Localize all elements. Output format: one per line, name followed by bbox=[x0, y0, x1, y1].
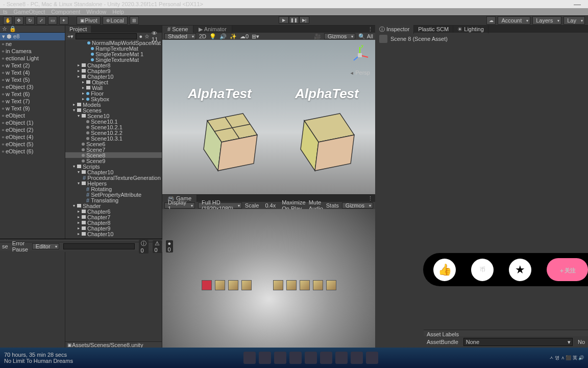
error-pause[interactable]: Error Pause bbox=[12, 240, 28, 252]
hierarchy-item[interactable]: ▫ eObject (1) bbox=[0, 119, 65, 126]
star-icon[interactable]: ☆ bbox=[144, 33, 150, 40]
error-count[interactable]: ● 0 bbox=[166, 240, 174, 252]
minimize-icon[interactable]: — bbox=[574, 0, 585, 8]
project-item[interactable]: ▾ Chapter10 bbox=[65, 169, 162, 175]
taskbar-app[interactable] bbox=[305, 352, 317, 364]
project-item[interactable]: ▸ Chapter7 bbox=[65, 214, 162, 220]
asset-bundle-variant[interactable]: No bbox=[578, 339, 585, 345]
account-dropdown[interactable]: Account bbox=[498, 16, 530, 25]
hierarchy-item[interactable]: ▫ w Text (7) bbox=[0, 98, 65, 105]
add-icon[interactable]: +▾ bbox=[67, 33, 74, 40]
project-item[interactable]: # ProceduralTextureGeneration bbox=[65, 175, 162, 180]
rect-tool-icon[interactable]: ▭ bbox=[48, 16, 57, 25]
menu-item[interactable]: Window bbox=[86, 9, 106, 15]
move-tool-icon[interactable]: ✥ bbox=[14, 16, 23, 25]
project-item[interactable]: ▸ Chapter6 bbox=[65, 209, 162, 214]
project-search[interactable] bbox=[76, 33, 137, 39]
project-item[interactable]: ▸ Chapter8 bbox=[65, 220, 162, 225]
project-item[interactable]: RampTextureMat bbox=[65, 45, 162, 51]
hierarchy-item[interactable]: ▫ eObject (6) bbox=[0, 148, 65, 155]
menu-item[interactable]: Component bbox=[51, 9, 80, 15]
clear-button[interactable]: se bbox=[2, 243, 8, 249]
camera-icon[interactable]: 🎥 bbox=[314, 33, 321, 40]
star-icon[interactable]: ★ bbox=[509, 259, 531, 281]
resolution-dropdown[interactable]: Full HD (1920x1080) bbox=[198, 202, 242, 209]
project-item[interactable]: # SetPropertyAttribute bbox=[65, 192, 162, 197]
project-item[interactable]: ▸ Chapter9 bbox=[65, 68, 162, 74]
like-icon[interactable]: 👍 bbox=[433, 259, 456, 281]
project-item[interactable]: ▸ Chapter10 bbox=[65, 74, 162, 79]
taskbar-app[interactable] bbox=[351, 352, 363, 364]
hierarchy-item[interactable]: ▫ in Camera bbox=[0, 48, 65, 55]
game-view[interactable] bbox=[162, 209, 375, 348]
game-gizmos[interactable]: Gizmos bbox=[342, 202, 373, 209]
scene-tab[interactable]: # Scene bbox=[162, 26, 193, 33]
cloud-icon[interactable]: ☁ bbox=[486, 16, 496, 25]
skybox-icon[interactable]: ☁0 bbox=[240, 33, 249, 40]
hierarchy-tree[interactable]: ▾ ⬢ e8 ▫ ne ▫ in Camera ▫ ectional Light… bbox=[0, 33, 65, 348]
project-item[interactable]: ▸ Floor bbox=[65, 90, 162, 96]
display-dropdown[interactable]: Display 1 bbox=[164, 202, 195, 209]
hierarchy-item[interactable]: ▾ ⬢ e8 bbox=[0, 33, 65, 40]
project-item[interactable]: Scene6 bbox=[65, 141, 162, 147]
project-tree[interactable]: NormalMapWorldSpaceMat RampTextureMat Si… bbox=[65, 40, 162, 341]
hierarchy-item[interactable]: ▫ w Text (6) bbox=[0, 90, 65, 98]
project-item[interactable]: ▾ Scripts bbox=[65, 164, 162, 169]
taskbar-app[interactable] bbox=[289, 352, 302, 364]
pause-button[interactable]: ❚❚ bbox=[289, 16, 299, 24]
project-item[interactable]: SingleTextureMat bbox=[65, 57, 162, 62]
play-button[interactable]: ▶ bbox=[279, 16, 289, 24]
layers-dropdown[interactable]: Layers bbox=[532, 16, 561, 25]
project-item[interactable]: ▸ Chapter9 bbox=[65, 225, 162, 231]
hierarchy-item[interactable]: ▫ w Text (9) bbox=[0, 105, 65, 112]
transform-tool-icon[interactable]: ✦ bbox=[59, 16, 68, 25]
light-icon[interactable]: 💡 bbox=[209, 33, 216, 40]
project-item[interactable]: Scene10.3.1 bbox=[65, 135, 162, 141]
taskbar-app[interactable] bbox=[274, 352, 286, 364]
taskbar-app[interactable] bbox=[335, 352, 348, 364]
project-item[interactable]: Scene10.2.1 bbox=[65, 124, 162, 130]
taskbar-app[interactable] bbox=[366, 352, 378, 364]
cube-object[interactable] bbox=[193, 106, 264, 178]
menu-item[interactable]: ts bbox=[3, 9, 8, 15]
snap-icon[interactable]: ⊞ bbox=[130, 16, 139, 25]
project-item[interactable]: ▸ Chapter8 bbox=[65, 62, 162, 68]
cube-object[interactable] bbox=[290, 106, 361, 178]
taskbar-app[interactable] bbox=[243, 352, 256, 364]
project-item[interactable]: Scene10.2.2 bbox=[65, 130, 162, 135]
menu-item[interactable]: Help bbox=[112, 9, 124, 15]
hierarchy-item[interactable]: ▫ eObject (3) bbox=[0, 83, 65, 90]
follow-button[interactable]: ＋关注 bbox=[547, 258, 588, 281]
hierarchy-item[interactable]: ▫ eObject (5) bbox=[0, 141, 65, 148]
project-item[interactable]: ▸ Models bbox=[65, 102, 162, 107]
project-item[interactable]: NormalMapWorldSpaceMat bbox=[65, 40, 162, 45]
audio-icon[interactable]: 🔊 bbox=[219, 33, 227, 40]
fx-icon[interactable]: ✨ bbox=[230, 33, 237, 40]
hierarchy-item[interactable]: ▫ eObject (4) bbox=[0, 133, 65, 141]
hierarchy-item[interactable]: ▫ ectional Light bbox=[0, 55, 65, 62]
console-search[interactable] bbox=[63, 243, 135, 249]
project-item[interactable]: # Rotating bbox=[65, 186, 162, 192]
inspector-tab[interactable]: ⓘ Inspector bbox=[375, 25, 414, 34]
hierarchy-item[interactable]: ▫ ne bbox=[0, 40, 65, 48]
project-item[interactable]: SingleTextureMat 1 bbox=[65, 51, 162, 57]
animator-tab[interactable]: ▶ Animator bbox=[193, 26, 232, 33]
project-item[interactable]: Scene7 bbox=[65, 147, 162, 152]
menu-item[interactable]: GameObject bbox=[14, 9, 45, 15]
asset-bundle-dropdown[interactable]: None bbox=[463, 338, 573, 346]
mode-2d[interactable]: 2D bbox=[199, 33, 206, 39]
shading-dropdown[interactable]: Shaded bbox=[164, 33, 196, 39]
lock-icon[interactable]: 🔒 bbox=[9, 26, 16, 32]
windows-taskbar[interactable]: 70 hours, 35 min 28 secs No Limit To Hum… bbox=[0, 348, 588, 368]
project-item[interactable]: ▸ Wall bbox=[65, 85, 162, 90]
orientation-gizmo[interactable]: y bbox=[350, 45, 370, 65]
gizmos-dropdown[interactable]: Gizmos bbox=[324, 33, 355, 39]
warn-count[interactable]: ⚠ 0 bbox=[153, 240, 162, 253]
scale-tool-icon[interactable]: ⤢ bbox=[37, 16, 46, 25]
step-button[interactable]: ▶| bbox=[299, 16, 309, 24]
project-item[interactable]: ▸ Object bbox=[65, 79, 162, 85]
project-item[interactable]: ▸ Skybox bbox=[65, 96, 162, 102]
star-icon[interactable]: ☆ bbox=[2, 26, 7, 32]
system-tray[interactable]: ㅅ 영 ∧ ⬛ 英 🔊 bbox=[549, 355, 584, 361]
project-item[interactable]: ▾ Scenes bbox=[65, 107, 162, 113]
